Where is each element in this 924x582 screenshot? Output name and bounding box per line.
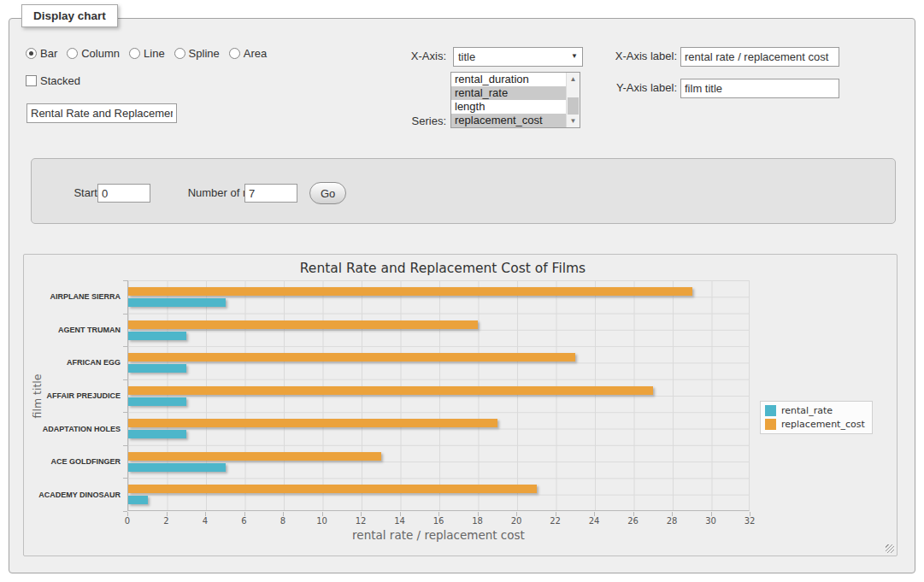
radio-label: Column bbox=[81, 47, 120, 60]
radio-bar[interactable]: Bar bbox=[26, 47, 57, 60]
bar-replacement_cost[interactable] bbox=[128, 320, 478, 329]
x-tick-label: 6 bbox=[227, 516, 262, 526]
stacked-checkbox-row[interactable]: Stacked bbox=[26, 74, 80, 87]
y-axis-label-label: Y-Axis label: bbox=[598, 81, 677, 94]
y-tick-mark bbox=[123, 379, 127, 380]
series-listbox[interactable]: rental_durationrental_ratelengthreplacem… bbox=[450, 72, 580, 128]
chart-title: Rental Rate and Replacement Cost of Film… bbox=[24, 261, 862, 276]
bar-rental_rate[interactable] bbox=[128, 397, 186, 406]
x-tick-label: 4 bbox=[188, 516, 222, 526]
radio-column[interactable]: Column bbox=[67, 47, 120, 60]
bar-rental_rate[interactable] bbox=[128, 430, 186, 438]
bar-rental_rate[interactable] bbox=[128, 463, 226, 472]
stacked-label: Stacked bbox=[40, 74, 80, 87]
x-tick-label: 0 bbox=[110, 516, 144, 526]
series-options: rental_durationrental_ratelengthreplacem… bbox=[451, 73, 566, 127]
x-tick-label: 12 bbox=[344, 516, 378, 526]
series-option-rental_duration[interactable]: rental_duration bbox=[451, 73, 566, 86]
y-tick-mark bbox=[123, 346, 127, 347]
radio-spline[interactable]: Spline bbox=[174, 47, 220, 60]
radio-icon[interactable] bbox=[174, 48, 185, 59]
y-tick-mark bbox=[123, 314, 127, 315]
bar-rental_rate[interactable] bbox=[128, 364, 186, 373]
y-tick-mark bbox=[123, 478, 127, 479]
go-button[interactable]: Go bbox=[309, 182, 346, 204]
radio-area[interactable]: Area bbox=[229, 47, 267, 60]
start-row-input[interactable] bbox=[97, 184, 150, 203]
radio-icon[interactable] bbox=[229, 48, 240, 59]
legend-label: rental_rate bbox=[781, 405, 833, 416]
chart-type-radio-group: BarColumnLineSplineArea bbox=[26, 47, 267, 60]
bar-rental_rate[interactable] bbox=[128, 496, 148, 504]
radio-label: Line bbox=[144, 47, 165, 60]
chart-x-axis-title: rental rate / replacement cost bbox=[268, 528, 609, 542]
radio-icon[interactable] bbox=[67, 48, 78, 59]
x-tick-label: 14 bbox=[383, 516, 417, 526]
x-axis-select-value: title bbox=[458, 50, 475, 63]
chart-plot-area bbox=[127, 280, 750, 511]
legend-item-replacement_cost[interactable]: replacement_cost bbox=[765, 419, 865, 430]
bar-replacement_cost[interactable] bbox=[128, 452, 381, 461]
x-tick-label: 32 bbox=[733, 516, 767, 526]
legend-swatch-icon bbox=[765, 419, 776, 430]
chart-title-input[interactable] bbox=[26, 103, 177, 123]
legend-label: replacement_cost bbox=[781, 419, 865, 430]
series-scrollbar[interactable]: ▲ ▼ bbox=[566, 73, 580, 127]
radio-icon[interactable] bbox=[129, 48, 140, 59]
x-tick-label: 10 bbox=[305, 516, 339, 526]
x-tick-label: 28 bbox=[655, 516, 689, 526]
series-option-replacement_cost[interactable]: replacement_cost bbox=[451, 114, 566, 127]
x-tick-label: 8 bbox=[266, 516, 300, 526]
stacked-checkbox[interactable] bbox=[26, 75, 37, 86]
chevron-down-icon: ▼ bbox=[571, 52, 578, 60]
x-axis-select[interactable]: title ▼ bbox=[453, 47, 583, 67]
bar-replacement_cost[interactable] bbox=[128, 353, 575, 362]
fieldset-legend: Display chart bbox=[21, 4, 118, 27]
scroll-down-icon[interactable]: ▼ bbox=[567, 115, 580, 127]
row-range-panel: Start row: Number of rows: Go bbox=[31, 158, 896, 224]
x-tick-label: 26 bbox=[616, 516, 650, 526]
series-select-label: Series: bbox=[368, 115, 446, 127]
page: Display chart BarColumnLineSplineArea St… bbox=[0, 0, 924, 582]
x-tick-label: 30 bbox=[694, 516, 728, 526]
series-option-length[interactable]: length bbox=[451, 100, 566, 114]
category-label: AFFAIR PREJUDICE bbox=[31, 391, 121, 400]
category-label: AIRPLANE SIERRA bbox=[31, 292, 121, 301]
x-tick-label: 20 bbox=[499, 516, 533, 526]
bar-replacement_cost[interactable] bbox=[128, 386, 653, 395]
y-tick-mark bbox=[123, 412, 127, 413]
y-axis-label-input[interactable] bbox=[680, 79, 839, 98]
series-option-rental_rate[interactable]: rental_rate bbox=[451, 86, 566, 100]
legend-swatch-icon bbox=[765, 405, 776, 416]
category-label: ACADEMY DINOSAUR bbox=[31, 491, 121, 499]
chart-legend: rental_ratereplacement_cost bbox=[760, 401, 873, 434]
radio-label: Bar bbox=[40, 47, 57, 60]
chart-panel: Rental Rate and Replacement Cost of Film… bbox=[23, 254, 898, 556]
legend-item-rental_rate[interactable]: rental_rate bbox=[765, 405, 865, 416]
radio-line[interactable]: Line bbox=[129, 47, 165, 60]
bar-replacement_cost[interactable] bbox=[128, 485, 537, 493]
x-axis-label-input[interactable] bbox=[680, 47, 839, 67]
radio-label: Area bbox=[244, 47, 267, 60]
resize-handle-icon[interactable] bbox=[886, 544, 894, 553]
radio-label: Spline bbox=[189, 47, 220, 60]
y-tick-mark bbox=[123, 280, 127, 281]
bar-replacement_cost[interactable] bbox=[128, 419, 497, 427]
scroll-up-icon[interactable]: ▲ bbox=[567, 73, 580, 85]
bar-rental_rate[interactable] bbox=[128, 332, 186, 340]
y-tick-mark bbox=[123, 445, 127, 446]
x-tick-label: 2 bbox=[150, 516, 184, 526]
x-tick-label: 22 bbox=[539, 516, 573, 526]
x-axis-select-label: X-Axis: bbox=[368, 50, 446, 62]
number-of-rows-input[interactable] bbox=[244, 184, 297, 203]
bar-rental_rate[interactable] bbox=[128, 298, 226, 307]
bar-replacement_cost[interactable] bbox=[128, 287, 692, 296]
x-tick-label: 18 bbox=[461, 516, 495, 526]
category-label: ACE GOLDFINGER bbox=[31, 457, 121, 466]
radio-icon[interactable] bbox=[26, 48, 37, 59]
x-tick-label: 16 bbox=[421, 516, 456, 526]
category-label: AGENT TRUMAN bbox=[31, 326, 121, 334]
x-axis-label-label: X-Axis label: bbox=[598, 50, 677, 62]
scrollbar-thumb[interactable] bbox=[568, 97, 579, 115]
category-label: ADAPTATION HOLES bbox=[31, 425, 121, 433]
